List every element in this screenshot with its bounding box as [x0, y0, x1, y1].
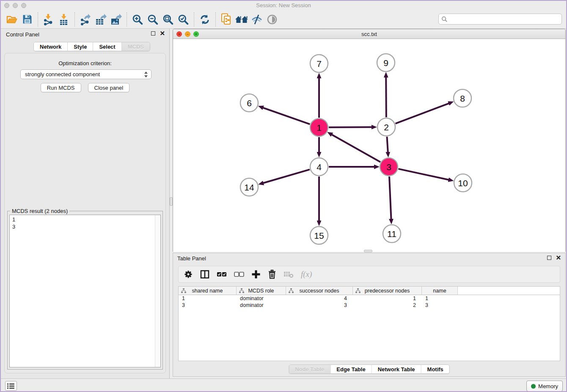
eye-slash-icon [251, 14, 263, 25]
tab-edge-table[interactable]: Edge Table [330, 365, 372, 373]
refresh-button[interactable] [197, 12, 212, 27]
table-row[interactable]: 1 dominator 4 1 1 [179, 295, 560, 302]
task-history-button[interactable] [5, 381, 17, 391]
import-network-button[interactable] [41, 12, 56, 27]
hide-selected-button[interactable] [249, 12, 264, 27]
graph-node-label-14: 14 [244, 182, 254, 192]
zoom-fit-icon [162, 14, 173, 25]
zoom-out-button[interactable] [145, 12, 160, 27]
toolbar-separator [127, 12, 127, 27]
hierarchy-icon [181, 288, 186, 293]
hierarchy-icon [355, 288, 361, 293]
houses-button[interactable] [234, 12, 249, 27]
search-input[interactable] [448, 15, 561, 23]
graph-node-label-15: 15 [314, 231, 324, 240]
graph-node-label-2: 2 [384, 122, 389, 132]
graph-edge-2-8[interactable] [396, 103, 449, 124]
pane-splitter-grip[interactable] [170, 197, 173, 206]
memory-button[interactable]: Memory [526, 381, 563, 392]
zoom-selected-button[interactable] [176, 12, 191, 27]
table-tabs: Node Table Edge Table Network Table Moti… [289, 364, 450, 374]
tab-style[interactable]: Style [68, 42, 93, 51]
column-header-mcds-role[interactable]: MCDS role [237, 287, 286, 295]
close-panel-button[interactable]: Close panel [88, 83, 130, 92]
control-panel-tabs: Network Style Select MCDS [33, 42, 150, 51]
graph-node-label-6: 6 [247, 98, 252, 108]
result-scrollbar[interactable] [155, 215, 160, 367]
run-mcds-button[interactable]: Run MCDS [41, 83, 81, 92]
hierarchy-icon [239, 288, 244, 293]
search-field[interactable] [438, 14, 562, 25]
show-all-button[interactable] [264, 12, 280, 27]
tab-node-table[interactable]: Node Table [289, 365, 330, 373]
graph-edge-2-3[interactable] [387, 137, 388, 152]
graph-edge-1-6[interactable] [263, 108, 310, 124]
column-header-successor-nodes[interactable]: successor nodes [286, 287, 353, 295]
graph-node-label-7: 7 [317, 59, 322, 69]
select-stepper-icon [143, 72, 148, 77]
split-columns-button[interactable] [200, 270, 209, 279]
criterion-select[interactable]: strongly connected component [20, 69, 151, 79]
clone-network-button[interactable] [219, 12, 234, 27]
zoom-in-button[interactable] [130, 12, 145, 27]
toolbar-separator [74, 12, 75, 27]
list-icon [7, 383, 15, 389]
graph-node-label-1: 1 [317, 123, 322, 133]
table-row[interactable]: 3 dominator 3 2 3 [179, 302, 560, 309]
column-header-shared-name[interactable]: shared name [179, 287, 237, 295]
export-table-icon [94, 14, 107, 25]
zoom-fit-button[interactable] [160, 12, 176, 27]
checked-boxes-icon [217, 271, 227, 278]
graph-node-label-9: 9 [383, 58, 388, 68]
tab-motifs[interactable]: Motifs [421, 365, 449, 373]
save-session-button[interactable] [19, 12, 35, 27]
tab-select[interactable]: Select [93, 42, 121, 51]
mcds-result-title: MCDS result (2 nodes) [10, 208, 69, 214]
status-bar: Memory [1, 378, 566, 392]
trash-icon [268, 270, 276, 279]
float-panel-icon[interactable] [151, 31, 155, 36]
delete-table-button[interactable] [284, 271, 294, 278]
tab-network[interactable]: Network [34, 42, 68, 51]
close-panel-icon[interactable]: ✕ [556, 256, 561, 260]
memory-label: Memory [538, 383, 558, 389]
tab-network-table[interactable]: Network Table [372, 365, 421, 373]
plus-icon [251, 270, 261, 279]
hierarchy-icon [289, 288, 294, 293]
delete-column-button[interactable] [268, 270, 276, 279]
import-table-button[interactable] [56, 12, 72, 27]
graph-edge-2-9[interactable] [386, 77, 386, 117]
zoom-in-icon [132, 14, 143, 25]
function-builder-button[interactable]: f(x) [301, 270, 312, 279]
application-window: { "window": { "title": "Session: New Ses… [0, 0, 567, 392]
node-table: shared name MCDS role successor nodes pr… [178, 286, 560, 361]
export-network-button[interactable] [78, 12, 93, 27]
graph-edge-4-14[interactable] [263, 169, 310, 183]
open-session-button[interactable] [4, 12, 19, 27]
network-canvas[interactable]: 7968124314101511 [173, 39, 565, 252]
export-image-button[interactable] [108, 12, 124, 27]
float-panel-icon[interactable] [547, 256, 551, 260]
table-header-row: shared name MCDS role successor nodes pr… [179, 287, 560, 295]
window-title: Session: New Session [1, 2, 566, 8]
delete-table-icon [284, 271, 294, 278]
main-titlebar: Session: New Session [1, 1, 566, 10]
hide-all-columns-button[interactable] [234, 271, 244, 278]
graph-edge-3-1[interactable] [332, 135, 380, 162]
graph-edge-1-2[interactable] [329, 127, 372, 127]
pane-splitter-grip[interactable] [364, 250, 372, 252]
network-window-titlebar[interactable]: × − + scc.txt [173, 29, 565, 39]
mcds-result-list[interactable]: 1 3 [9, 215, 161, 367]
graph-edge-3-10[interactable] [398, 169, 449, 180]
tab-mcds[interactable]: MCDS [122, 42, 150, 51]
column-header-name[interactable]: name [422, 287, 458, 295]
zoom-out-icon [147, 14, 158, 25]
show-all-columns-button[interactable] [217, 271, 227, 278]
table-settings-button[interactable] [184, 270, 193, 279]
graph-edge-3-11[interactable] [389, 177, 391, 219]
export-table-button[interactable] [93, 12, 108, 27]
create-column-button[interactable] [251, 270, 261, 279]
control-panel: Control Panel ✕ Network Style Select MCD… [1, 29, 170, 378]
close-panel-icon[interactable]: ✕ [160, 31, 165, 36]
column-header-predecessor-nodes[interactable]: predecessor nodes [353, 287, 422, 295]
